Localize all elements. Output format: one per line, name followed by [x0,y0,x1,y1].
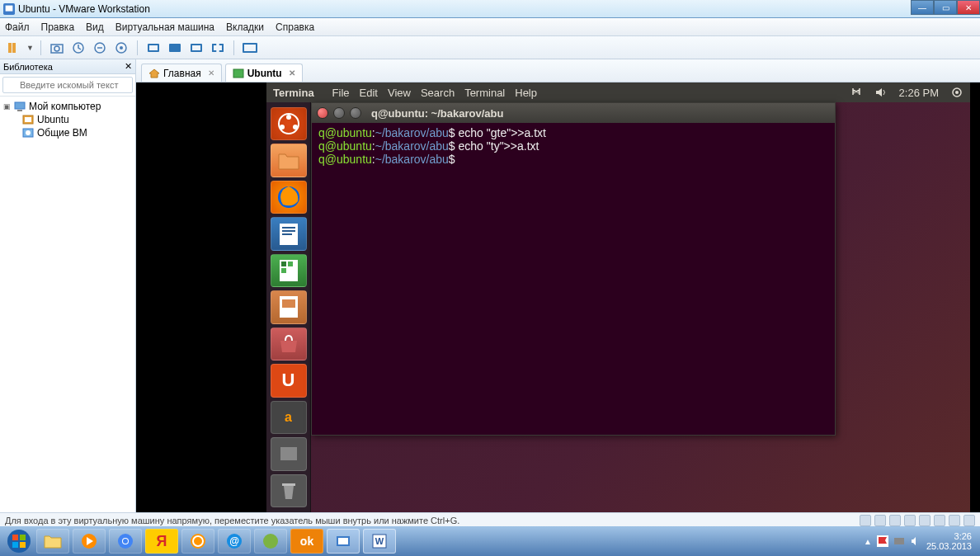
terminal-menu-view[interactable]: View [388,87,411,99]
terminal-maximize-button[interactable] [350,107,361,119]
taskbar-mail-icon[interactable]: @ [218,529,251,554]
vm-area: Главная ✕ Ubuntu ✕ Termina File Edit [136,59,980,512]
calc-icon[interactable] [271,254,307,287]
library-search-input[interactable] [2,77,133,93]
svg-rect-30 [288,262,293,266]
software-center-icon[interactable] [271,327,307,360]
ubuntu-one-icon[interactable]: U [271,364,307,397]
collapse-icon[interactable]: ▣ [3,102,13,111]
view-multi-button[interactable] [166,39,184,57]
terminal-menu-search[interactable]: Search [421,87,455,99]
tray-arrow-icon[interactable]: ▲ [864,537,872,546]
view-single-button[interactable] [144,39,163,57]
start-button[interactable] [3,528,35,554]
dash-icon[interactable] [271,107,307,140]
vm-display[interactable]: Termina File Edit View Search Terminal H… [136,82,980,512]
terminal-menu-help[interactable]: Help [515,87,537,99]
tab-close-icon[interactable]: ✕ [289,68,295,78]
tab-close-icon[interactable]: ✕ [208,68,214,78]
status-icon[interactable] [889,515,901,526]
terminal-minimize-button[interactable] [333,107,345,119]
revert-button[interactable] [69,39,87,57]
status-icon[interactable] [949,515,960,526]
tree-item-ubuntu[interactable]: Ubuntu [21,113,132,126]
tree-root-my-computer[interactable]: ▣ Мой компьютер [3,100,132,113]
tree-item-label: Ubuntu [37,114,69,125]
terminal-close-button[interactable] [317,107,328,119]
gear-icon[interactable] [950,86,964,99]
manage-snapshot-button[interactable] [91,39,109,57]
library-close-icon[interactable]: ✕ [125,61,132,72]
terminal-menu-file[interactable]: File [332,87,350,99]
menu-edit[interactable]: Правка [41,21,75,33]
network-icon[interactable] [850,87,863,98]
volume-icon[interactable] [874,87,888,98]
menu-tabs[interactable]: Вкладки [226,21,264,33]
amazon-icon[interactable]: a [271,401,307,434]
svg-point-21 [280,125,285,130]
fullscreen-button[interactable] [241,39,259,57]
clock-label[interactable]: 2:26 PM [899,87,939,99]
taskbar-yandex-icon[interactable]: Я [145,529,178,554]
terminal-titlebar[interactable]: q@ubuntu: ~/bakarov/abu [312,103,835,123]
view-unity-button[interactable] [209,39,227,57]
menu-view[interactable]: Вид [86,21,104,33]
writer-icon[interactable] [271,217,307,250]
svg-point-20 [286,115,291,120]
menubar: Файл Правка Вид Виртуальная машина Вклад… [0,18,980,36]
terminal-menu-edit[interactable]: Edit [360,87,378,99]
launcher-misc-icon[interactable] [271,437,307,470]
taskbar-app-icon[interactable] [181,529,214,554]
tray-volume-icon[interactable] [910,535,921,547]
status-icon[interactable] [919,515,931,526]
impress-icon[interactable] [271,290,307,323]
svg-point-15 [26,130,31,135]
menu-vm[interactable]: Виртуальная машина [115,21,214,33]
minimize-button[interactable]: — [911,0,934,15]
taskbar-time[interactable]: 3:26 [926,531,972,541]
menu-help[interactable]: Справка [276,21,314,33]
svg-point-9 [120,46,123,49]
launcher-trash-icon[interactable] [271,474,307,507]
terminal-window[interactable]: q@ubuntu: ~/bakarov/abu q@ubuntu:~/bakar… [311,102,836,436]
tree-root-label: Мой компьютер [29,101,101,112]
tray-icon[interactable] [893,535,905,547]
svg-rect-37 [12,535,18,540]
taskbar-chrome-icon[interactable] [109,529,142,554]
svg-point-44 [123,539,128,544]
taskbar-wmp-icon[interactable] [73,529,106,554]
taskbar-explorer-icon[interactable] [36,529,69,554]
svg-rect-39 [12,542,18,548]
tab-ubuntu[interactable]: Ubuntu ✕ [225,64,303,82]
tools-button[interactable] [112,39,130,57]
svg-point-22 [293,125,298,130]
terminal-body[interactable]: q@ubuntu:~/bakarov/abu$ echo "gte">>a.tx… [312,123,835,169]
dropdown-icon[interactable]: ▼ [26,44,34,52]
close-button[interactable]: ✕ [957,0,980,15]
taskbar-app-icon[interactable] [254,529,287,554]
firefox-icon[interactable] [271,181,307,214]
snapshot-button[interactable] [48,39,66,57]
menu-file[interactable]: Файл [5,21,30,33]
status-icon[interactable] [964,515,975,526]
svg-rect-40 [20,542,26,548]
terminal-menu-terminal[interactable]: Terminal [464,87,505,99]
status-icon[interactable] [874,515,886,526]
view-console-button[interactable] [187,39,205,57]
tree-item-shared-vm[interactable]: Общие ВМ [21,126,132,139]
status-icon[interactable] [904,515,916,526]
svg-rect-34 [280,447,297,460]
home-icon [148,68,160,78]
status-icon[interactable] [934,515,945,526]
taskbar-date[interactable]: 25.03.2013 [926,541,972,551]
taskbar-vmware-icon[interactable] [327,529,360,554]
tray-flag-icon[interactable] [877,535,888,547]
taskbar-word-icon[interactable]: W [363,529,396,554]
app-name[interactable]: Termina [273,87,314,99]
files-icon[interactable] [271,144,307,177]
tab-home[interactable]: Главная ✕ [141,64,222,82]
status-icon[interactable] [860,515,871,526]
maximize-button[interactable]: ▭ [934,0,957,15]
taskbar-ok-icon[interactable]: ok [290,529,323,554]
power-button[interactable] [5,39,23,57]
